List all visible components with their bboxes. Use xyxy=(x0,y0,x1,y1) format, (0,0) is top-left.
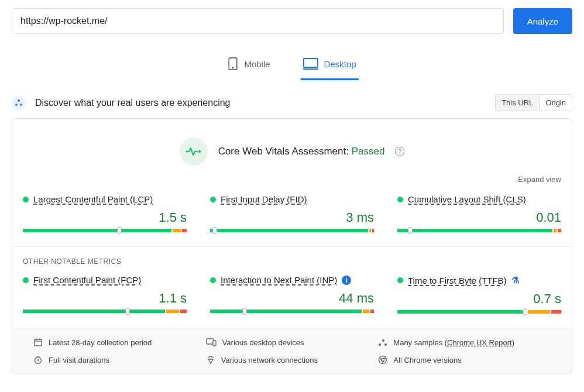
metric-bar xyxy=(210,310,374,313)
assessment-status: Passed xyxy=(352,146,385,157)
status-dot-icon xyxy=(210,197,216,202)
svg-point-4 xyxy=(18,99,20,102)
svg-rect-2 xyxy=(304,59,318,67)
svg-point-16 xyxy=(384,343,387,346)
section-label: OTHER NOTABLE METRICS xyxy=(12,257,572,275)
metric-name-link[interactable]: Interaction to Next Paint (INP) xyxy=(221,275,337,285)
metric-value: 0.7 s xyxy=(397,291,561,307)
metric-value: 1.1 s xyxy=(23,291,187,306)
calendar-icon xyxy=(33,338,43,347)
metric-ttfb: Time to First Byte (TTFB) ⚗ 0.7 s xyxy=(397,275,561,314)
svg-point-1 xyxy=(232,67,234,69)
devices-icon xyxy=(206,338,217,346)
svg-point-5 xyxy=(15,104,18,106)
discover-title: Discover what your real users are experi… xyxy=(35,98,486,108)
metric-cls: Cumulative Layout Shift (CLS) 0.01 xyxy=(397,194,561,232)
samples-icon xyxy=(378,338,387,346)
metric-bar xyxy=(397,310,561,314)
metric-name-link[interactable]: Largest Contentful Paint (LCP) xyxy=(33,194,153,204)
url-input[interactable] xyxy=(12,8,504,34)
chrome-ux-report-link[interactable]: Chrome UX Report xyxy=(447,338,512,347)
metric-fid: First Input Delay (FID) 3 ms xyxy=(210,194,374,232)
metric-value: 3 ms xyxy=(210,210,374,225)
help-icon[interactable]: ? xyxy=(395,147,404,156)
metric-name-link[interactable]: First Input Delay (FID) xyxy=(221,194,307,204)
metric-name-link[interactable]: Cumulative Layout Shift (CLS) xyxy=(408,194,526,204)
flask-icon[interactable]: ⚗ xyxy=(511,275,519,286)
filter-origin[interactable]: Origin xyxy=(539,95,572,111)
metric-fcp: First Contentful Paint (FCP) 1.1 s xyxy=(23,275,187,314)
metric-value: 0.01 xyxy=(397,210,561,225)
footer-info: Latest 28-day collection period Various … xyxy=(12,328,572,374)
metric-bar xyxy=(397,229,561,232)
assessment-text: Core Web Vitals Assessment: Passed xyxy=(218,146,385,157)
chrome-icon xyxy=(378,355,387,365)
metric-bar xyxy=(210,229,374,232)
status-dot-icon xyxy=(397,277,403,283)
clock-icon xyxy=(33,355,43,365)
vitals-panel: Core Web Vitals Assessment: Passed ? Exp… xyxy=(12,118,572,374)
mobile-icon xyxy=(228,57,238,70)
network-icon xyxy=(206,356,215,364)
metric-bar xyxy=(23,310,187,313)
svg-point-6 xyxy=(20,104,22,106)
metric-name-link[interactable]: First Contentful Paint (FCP) xyxy=(33,275,141,285)
metric-value: 44 ms xyxy=(210,291,374,306)
url-origin-toggle: This URL Origin xyxy=(495,94,572,111)
svg-point-15 xyxy=(382,339,384,342)
status-dot-icon xyxy=(23,197,29,202)
svg-rect-8 xyxy=(35,339,42,346)
metric-value: 1.5 s xyxy=(23,210,187,225)
metric-inp: Interaction to Next Paint (INP) i 44 ms xyxy=(210,275,374,314)
svg-point-14 xyxy=(379,343,381,346)
status-dot-icon xyxy=(23,277,29,283)
discover-icon xyxy=(12,96,26,110)
svg-rect-13 xyxy=(213,341,216,346)
desktop-icon xyxy=(303,58,318,70)
analyze-button[interactable]: Analyze xyxy=(513,8,572,34)
metric-bar xyxy=(23,229,187,232)
metric-name-link[interactable]: Time to First Byte (TTFB) xyxy=(408,276,507,286)
status-dot-icon xyxy=(210,277,216,283)
tab-desktop-label: Desktop xyxy=(324,59,356,69)
tab-mobile-label: Mobile xyxy=(244,59,270,69)
tab-desktop[interactable]: Desktop xyxy=(301,50,359,80)
svg-rect-12 xyxy=(207,339,214,344)
info-icon[interactable]: i xyxy=(342,276,351,285)
status-dot-icon xyxy=(397,197,403,202)
tab-mobile[interactable]: Mobile xyxy=(225,50,272,80)
filter-this-url[interactable]: This URL xyxy=(496,95,539,111)
svg-point-7 xyxy=(198,150,200,153)
expand-view-link[interactable]: Expand view xyxy=(518,175,561,184)
vitals-pulse-icon xyxy=(180,137,208,166)
metric-lcp: Largest Contentful Paint (LCP) 1.5 s xyxy=(23,194,187,232)
